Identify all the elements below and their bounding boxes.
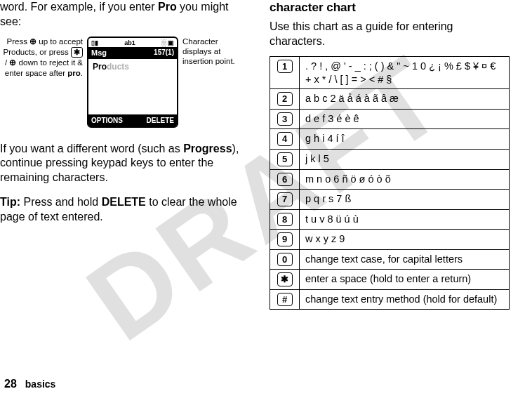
keypad-9-icon: 9 xyxy=(277,232,293,246)
table-row: 7p q r s 7 ß xyxy=(270,190,510,210)
star-key-icon: ✱ xyxy=(71,47,83,58)
keypad-8-icon: 8 xyxy=(277,213,293,227)
table-row: 5j k l 5 xyxy=(270,150,510,170)
chars-cell: enter a space (hold to enter a return) xyxy=(300,270,510,290)
p2-progress: Progress xyxy=(183,143,232,154)
status-mode: ab1 xyxy=(124,39,135,48)
text-entry-area: Products xyxy=(88,59,177,114)
intro-text-1: word. For example, if you enter xyxy=(0,1,158,13)
keypad-cell: 1 xyxy=(270,56,300,89)
typed-suggestion: ducts xyxy=(107,62,129,72)
chars-cell: change text entry method (hold for defau… xyxy=(300,289,510,310)
keypad-hash-icon: # xyxy=(277,293,293,307)
cl-l1: Press xyxy=(7,37,30,46)
keypad-cell: 3 xyxy=(270,109,300,129)
softkey-options: OPTIONS xyxy=(91,116,123,125)
intro-pro: Pro xyxy=(158,1,177,13)
cl-period: . xyxy=(81,69,83,77)
paragraph-different-word: If you want a different word (such as Pr… xyxy=(0,142,250,185)
right-callout: Character displays at insertion point. xyxy=(182,37,237,67)
character-chart-heading: character chart xyxy=(270,0,510,15)
chars-cell: m n o 6 ñ ö ø ó ò õ xyxy=(300,169,510,190)
cl-pro: pro xyxy=(67,69,81,77)
softkey-delete: DELETE xyxy=(147,116,174,125)
p2a: If you want a different word (such as xyxy=(0,143,183,154)
chapter-name: basics xyxy=(25,378,56,390)
keypad-cell: 8 xyxy=(270,209,300,230)
keypad-1-icon: 1 xyxy=(277,60,293,74)
table-row: 0change text case, for capital letters xyxy=(270,249,510,270)
intro-paragraph: word. For example, if you enter Pro you … xyxy=(0,0,250,29)
typed-pro: Pro xyxy=(93,62,107,72)
keypad-cell: 0 xyxy=(270,249,300,270)
chars-cell: t u v 8 ü ú ù xyxy=(300,209,510,230)
chars-cell: j k l 5 xyxy=(300,150,510,170)
chart-intro: Use this chart as a guide for entering c… xyxy=(270,20,510,49)
tip-paragraph: Tip: Press and hold DELETE to clear the … xyxy=(0,195,250,225)
character-chart-table: 1. ? ! , @ ' - _ : ; ( ) & " ~ 1 0 ¿ ¡ %… xyxy=(270,56,510,310)
keypad-cell: 9 xyxy=(270,230,300,250)
char-count: 157(1) xyxy=(154,48,174,58)
chars-cell: p q r s 7 ß xyxy=(300,190,510,210)
keypad-5-icon: 5 xyxy=(277,152,293,166)
keypad-7-icon: 7 xyxy=(277,192,293,206)
table-row: 6m n o 6 ñ ö ø ó ò õ xyxy=(270,169,510,190)
softkey-row: OPTIONS DELETE xyxy=(88,114,177,126)
table-row: 2a b c 2 ä å á à ã â æ xyxy=(270,89,510,110)
status-bar: ▯▮ ab1 ░ ▣ xyxy=(88,38,177,48)
keypad-4-icon: 4 xyxy=(277,132,293,146)
table-row: 9w x y z 9 xyxy=(270,230,510,250)
keypad-cell: 6 xyxy=(270,169,300,190)
keypad-cell: 4 xyxy=(270,129,300,150)
phone-illustration: Press ⊕ up to accept Products, or press … xyxy=(0,37,250,128)
table-row: ✱enter a space (hold to enter a return) xyxy=(270,270,510,290)
tip-label: Tip: xyxy=(0,196,20,208)
left-callout: Press ⊕ up to accept Products, or press … xyxy=(0,37,83,79)
page-footer: 28 basics xyxy=(0,378,55,390)
nav-icon-2: ⊕ xyxy=(9,58,16,67)
keypad-cell: 7 xyxy=(270,190,300,210)
keypad-star-icon: ✱ xyxy=(277,272,293,286)
chars-cell: a b c 2 ä å á à ã â æ xyxy=(300,89,510,110)
keypad-cell: 2 xyxy=(270,89,300,110)
screen-title-row: Msg 157(1) xyxy=(88,47,177,58)
tip-a: Press and hold xyxy=(20,196,102,208)
table-row: 4g h i 4 í î xyxy=(270,129,510,150)
keypad-6-icon: 6 xyxy=(277,173,293,187)
nav-icon: ⊕ xyxy=(29,37,36,46)
table-row: 1. ? ! , @ ' - _ : ; ( ) & " ~ 1 0 ¿ ¡ %… xyxy=(270,56,510,89)
battery-icon: ░ ▣ xyxy=(161,39,174,48)
page-number: 28 xyxy=(4,378,17,390)
page-columns: word. For example, if you enter Pro you … xyxy=(0,0,532,310)
keypad-2-icon: 2 xyxy=(277,92,293,106)
tip-delete: DELETE xyxy=(102,196,146,208)
chars-cell: change text case, for capital letters xyxy=(300,249,510,270)
keypad-cell: 5 xyxy=(270,150,300,170)
signal-icon: ▯▮ xyxy=(91,39,98,48)
right-column: character chart Use this chart as a guid… xyxy=(260,0,519,310)
keypad-0-icon: 0 xyxy=(277,253,293,267)
left-column: word. For example, if you enter Pro you … xyxy=(0,0,260,310)
chars-cell: w x y z 9 xyxy=(300,230,510,250)
screen-title: Msg xyxy=(91,48,107,58)
table-row: #change text entry method (hold for defa… xyxy=(270,289,510,310)
keypad-cell: # xyxy=(270,289,300,310)
chars-cell: d e f 3 é è ê xyxy=(300,109,510,129)
keypad-cell: ✱ xyxy=(270,270,300,290)
phone-screen: ▯▮ ab1 ░ ▣ Msg 157(1) Products OPTIONS D… xyxy=(87,37,178,128)
table-row: 3d e f 3 é è ê xyxy=(270,109,510,129)
chars-cell: g h i 4 í î xyxy=(300,129,510,150)
chars-cell: . ? ! , @ ' - _ : ; ( ) & " ~ 1 0 ¿ ¡ % … xyxy=(300,56,510,89)
keypad-3-icon: 3 xyxy=(277,112,293,126)
table-row: 8t u v 8 ü ú ù xyxy=(270,209,510,230)
